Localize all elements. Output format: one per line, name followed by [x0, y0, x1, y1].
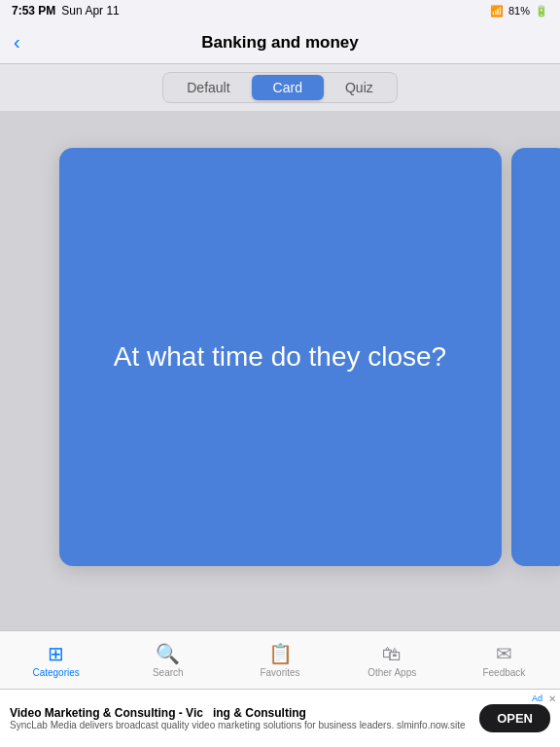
- other-apps-icon: 🛍: [382, 643, 402, 665]
- nav-bar: ‹ Banking and money: [0, 21, 560, 64]
- flash-card-text: At what time do they close?: [90, 314, 470, 399]
- segment-control: Default Card Quiz: [162, 72, 398, 103]
- tab-categories[interactable]: ⊞ Categories: [0, 642, 112, 678]
- tab-search[interactable]: 🔍 Search: [112, 642, 224, 678]
- tab-bar: ⊞ Categories 🔍 Search 📋 Favorites 🛍 Othe…: [0, 630, 560, 689]
- tab-other-apps[interactable]: 🛍 Other Apps: [336, 643, 448, 678]
- status-time: 7:53 PM: [12, 4, 55, 18]
- ad-close-button[interactable]: ✕: [548, 694, 556, 704]
- tab-feedback-label: Feedback: [482, 667, 525, 678]
- favorites-icon: 📋: [268, 642, 293, 665]
- tab-favorites[interactable]: 📋 Favorites: [224, 642, 335, 678]
- ad-banner: Video Marketing & Consulting - Vic ing &…: [0, 689, 560, 747]
- page-title: Banking and money: [201, 33, 359, 53]
- tab-search-label: Search: [153, 667, 184, 678]
- flash-card[interactable]: At what time do they close?: [59, 148, 502, 566]
- ad-open-button[interactable]: OPEN: [479, 704, 550, 732]
- main-content: At what time do they close?: [0, 111, 560, 603]
- segment-default[interactable]: Default: [165, 75, 251, 100]
- ad-badge: Ad: [532, 694, 542, 703]
- status-bar: 7:53 PM Sun Apr 11 📶 81% 🔋: [0, 0, 560, 21]
- categories-icon: ⊞: [48, 642, 64, 665]
- tab-other-apps-label: Other Apps: [368, 667, 416, 678]
- segment-bar: Default Card Quiz: [0, 64, 560, 111]
- tab-favorites-label: Favorites: [260, 667, 299, 678]
- battery-icon: 🔋: [535, 5, 548, 18]
- status-icons: 📶 81% 🔋: [490, 5, 548, 18]
- search-icon: 🔍: [156, 642, 180, 665]
- partial-card-right: [511, 148, 560, 566]
- tab-categories-label: Categories: [32, 667, 79, 678]
- card-container: At what time do they close?: [0, 130, 560, 584]
- ad-subtitle: SyncLab Media delivers broadcast quality…: [10, 720, 470, 730]
- back-button[interactable]: ‹: [14, 31, 20, 53]
- tab-feedback[interactable]: ✉ Feedback: [448, 642, 560, 678]
- battery-level: 81%: [508, 5, 530, 17]
- segment-card[interactable]: Card: [252, 75, 324, 100]
- segment-quiz[interactable]: Quiz: [324, 75, 395, 100]
- ad-content: Video Marketing & Consulting - Vic ing &…: [10, 706, 470, 730]
- feedback-icon: ✉: [496, 642, 512, 665]
- wifi-icon: 📶: [490, 5, 504, 18]
- ad-title: Video Marketing & Consulting - Vic ing &…: [10, 706, 470, 720]
- status-date: Sun Apr 11: [61, 4, 119, 18]
